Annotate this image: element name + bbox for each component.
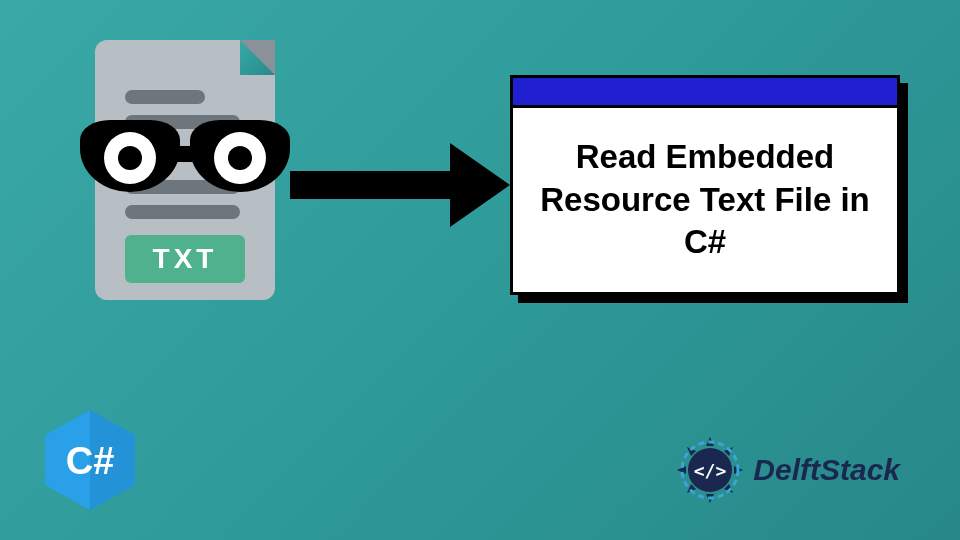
pupil [228, 146, 252, 170]
arrow-icon [290, 155, 510, 215]
txt-label: TXT [153, 243, 218, 275]
csharp-hexagon: C# [45, 410, 135, 510]
csharp-label: C# [66, 440, 115, 482]
window-title-text: Read Embedded Resource Text File in C# [533, 136, 877, 265]
delft-logo: </> DelftStack [675, 435, 900, 505]
file-fold [240, 40, 275, 75]
arrow-shaft [290, 171, 455, 199]
eye-right-icon [190, 120, 290, 192]
window-frame: Read Embedded Resource Text File in C# [510, 75, 900, 295]
window-titlebar [513, 78, 897, 108]
csharp-logo-icon: C# [45, 410, 135, 510]
file-text-line [125, 90, 205, 104]
delft-brand-text: DelftStack [753, 453, 900, 487]
delft-emblem-icon: </> [675, 435, 745, 505]
pupil [118, 146, 142, 170]
delft-code-label: </> [694, 460, 727, 481]
eyes-icon [80, 120, 290, 195]
window-box: Read Embedded Resource Text File in C# [510, 75, 905, 300]
eye-left-icon [80, 120, 180, 192]
arrow-head [450, 143, 510, 227]
txt-badge: TXT [125, 235, 245, 283]
file-text-line [125, 205, 240, 219]
txt-file-icon: TXT [80, 40, 290, 320]
window-content: Read Embedded Resource Text File in C# [513, 108, 897, 292]
